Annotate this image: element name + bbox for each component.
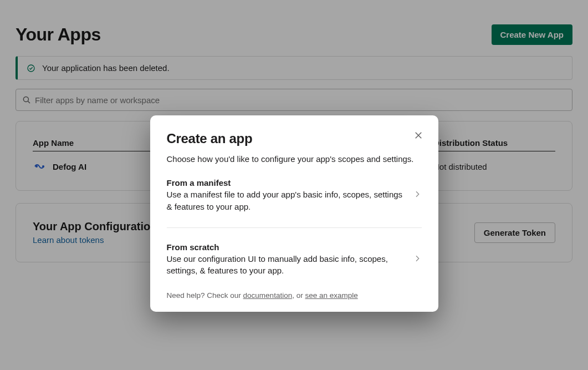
close-icon[interactable]: [411, 128, 426, 143]
help-mid: , or: [292, 291, 305, 300]
option-manifest-desc: Use a manifest file to add your app's ba…: [167, 189, 404, 213]
help-text: Need help? Check our documentation, or s…: [167, 291, 422, 300]
modal-title: Create an app: [167, 131, 422, 146]
chevron-right-icon: [413, 190, 422, 201]
documentation-link[interactable]: documentation: [243, 291, 293, 300]
option-scratch-desc: Use our configuration UI to manually add…: [167, 253, 404, 277]
option-from-manifest[interactable]: From a manifest Use a manifest file to a…: [167, 175, 422, 216]
option-from-scratch[interactable]: From scratch Use our configuration UI to…: [167, 239, 422, 281]
help-prefix: Need help? Check our: [167, 291, 243, 300]
modal-overlay: Create an app Choose how you'd like to c…: [0, 0, 588, 370]
option-manifest-title: From a manifest: [167, 178, 404, 187]
create-app-modal: Create an app Choose how you'd like to c…: [150, 115, 438, 312]
modal-subtitle: Choose how you'd like to configure your …: [167, 154, 422, 164]
divider: [167, 227, 422, 228]
see-example-link[interactable]: see an example: [305, 291, 357, 300]
chevron-right-icon: [413, 254, 422, 265]
option-scratch-title: From scratch: [167, 242, 404, 252]
